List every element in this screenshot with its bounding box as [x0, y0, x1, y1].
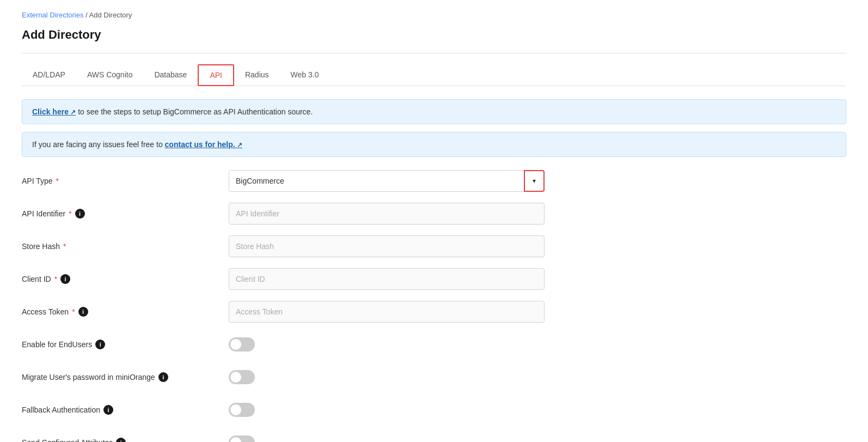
api-identifier-input[interactable] — [229, 203, 545, 225]
api-type-select-wrapper: BigCommerce Other ▾ — [229, 170, 545, 192]
enable-endusers-slider — [229, 337, 255, 352]
api-type-select[interactable]: BigCommerce Other — [229, 170, 545, 192]
send-attributes-slider — [229, 435, 255, 442]
access-token-input[interactable] — [229, 301, 545, 323]
migrate-password-label: Migrate User's password in miniOrange i — [22, 372, 229, 382]
contact-prefix-text: If you are facing any issues feel free t… — [32, 140, 165, 149]
enable-endusers-toggle[interactable] — [229, 337, 255, 352]
tab-adldap[interactable]: AD/LDAP — [22, 64, 76, 86]
client-id-input[interactable] — [229, 268, 545, 290]
fallback-auth-slider — [229, 403, 255, 417]
page-title: Add Directory — [22, 28, 846, 42]
api-type-label: API Type* — [22, 177, 229, 185]
client-id-label: Client ID* i — [22, 274, 229, 284]
send-attributes-info-icon[interactable]: i — [116, 438, 126, 442]
store-hash-required: * — [63, 242, 66, 251]
migrate-password-info-icon[interactable]: i — [158, 372, 168, 382]
client-id-info-icon[interactable]: i — [60, 274, 70, 284]
client-id-required: * — [54, 275, 57, 283]
access-token-info-icon[interactable]: i — [78, 307, 88, 317]
store-hash-row: Store Hash* — [22, 235, 846, 257]
fallback-auth-row: Fallback Authentication i — [22, 399, 846, 421]
enable-endusers-label: Enable for EndUsers i — [22, 340, 229, 349]
tab-radius[interactable]: Radius — [234, 64, 280, 86]
breadcrumb: External Directories / Add Directory — [22, 11, 846, 19]
send-attributes-row: Send Configured Attributes i — [22, 432, 846, 442]
api-type-required: * — [56, 177, 59, 185]
send-attributes-label: Send Configured Attributes i — [22, 438, 229, 442]
access-token-row: Access Token* i — [22, 301, 846, 323]
tabs-container: AD/LDAP AWS Cognito Database API Radius … — [22, 64, 846, 86]
setup-banner-text: to see the steps to setup BigCommerce as… — [76, 107, 313, 116]
access-token-required: * — [72, 307, 75, 316]
enable-endusers-info-icon[interactable]: i — [95, 340, 105, 349]
migrate-password-toggle[interactable] — [229, 370, 255, 384]
fallback-auth-toggle[interactable] — [229, 403, 255, 417]
store-hash-input[interactable] — [229, 235, 545, 257]
tab-database[interactable]: Database — [143, 64, 198, 86]
access-token-label: Access Token* i — [22, 307, 229, 317]
setup-banner: Click here to see the steps to setup Big… — [22, 99, 846, 124]
migrate-password-row: Migrate User's password in miniOrange i — [22, 366, 846, 388]
tab-api[interactable]: API — [198, 64, 234, 86]
contact-link[interactable]: contact us for help. — [165, 140, 242, 149]
tab-web30[interactable]: Web 3.0 — [280, 64, 330, 86]
fallback-auth-info-icon[interactable]: i — [103, 405, 113, 415]
setup-link[interactable]: Click here — [32, 107, 76, 116]
api-identifier-row: API Identifier* i — [22, 203, 846, 225]
api-identifier-label: API Identifier* i — [22, 209, 229, 219]
tab-awscognito[interactable]: AWS Cognito — [76, 64, 144, 86]
form-section: API Type* BigCommerce Other ▾ API Identi… — [22, 170, 846, 442]
send-attributes-toggle[interactable] — [229, 435, 255, 442]
migrate-password-slider — [229, 370, 255, 384]
breadcrumb-parent-link[interactable]: External Directories — [22, 11, 83, 19]
api-type-row: API Type* BigCommerce Other ▾ — [22, 170, 846, 192]
api-identifier-required: * — [69, 209, 71, 218]
enable-endusers-row: Enable for EndUsers i — [22, 334, 846, 355]
fallback-auth-label: Fallback Authentication i — [22, 405, 229, 415]
page-divider — [22, 53, 846, 53]
page-container: External Directories / Add Directory Add… — [0, 0, 868, 442]
client-id-row: Client ID* i — [22, 268, 846, 290]
contact-banner: If you are facing any issues feel free t… — [22, 132, 846, 157]
breadcrumb-current: Add Directory — [89, 11, 132, 19]
api-identifier-info-icon[interactable]: i — [75, 209, 85, 219]
store-hash-label: Store Hash* — [22, 242, 229, 251]
